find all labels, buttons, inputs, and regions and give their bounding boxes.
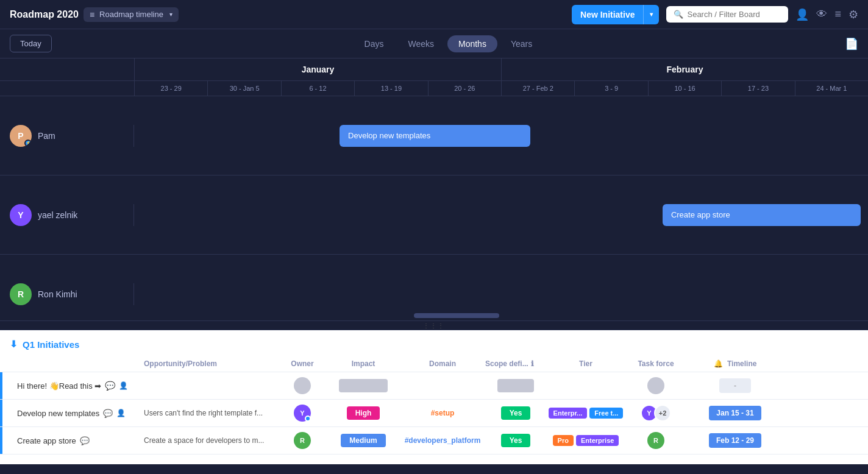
section-title: Q1 Initiatives <box>23 339 79 350</box>
collapse-icon[interactable]: ⬇ <box>10 339 18 350</box>
row-owner-1 <box>278 377 327 394</box>
settings-icon[interactable]: ⚙ <box>848 8 858 21</box>
row-tier-2: Enterpr... Free t... <box>546 408 625 419</box>
timeline-badge-3: Feb 12 - 29 <box>709 433 761 448</box>
info-icon[interactable]: ℹ <box>531 359 534 368</box>
new-initiative-button[interactable]: New Initiative ▾ <box>572 5 659 24</box>
row-3-name-text: Create app store <box>17 436 76 445</box>
sub-icon-1[interactable]: 👤 <box>119 381 128 390</box>
chevron-down-icon: ▾ <box>169 11 173 18</box>
col-header-impact: Impact <box>327 359 400 368</box>
tier-pro-3: Pro <box>553 435 574 446</box>
col-header-scope: Scope defi... ℹ <box>485 359 546 368</box>
month-labels: January February <box>134 58 868 80</box>
export-icon[interactable]: 📄 <box>845 37 858 51</box>
eye-icon[interactable]: 👁 <box>816 8 827 21</box>
gantt-user-ron: R Ron Kimhi <box>0 283 134 305</box>
week-30-jan5: 30 - Jan 5 <box>207 81 280 96</box>
week-6-12: 6 - 12 <box>281 81 354 96</box>
taskforce-stack-2: Y +2 <box>641 405 671 422</box>
avatar-owner-2: Y <box>294 405 311 422</box>
view-selector[interactable]: ≡ Roadmap timeline ▾ <box>84 7 179 22</box>
avatar-owner-1 <box>294 377 311 394</box>
week-header: 23 - 29 30 - Jan 5 6 - 12 13 - 19 20 - 2… <box>0 81 868 96</box>
row-color-indicator-2 <box>0 400 2 426</box>
comment-icon-3[interactable]: 💬 <box>80 436 90 445</box>
gantt-user-yael: Y yael zelnik <box>0 204 134 226</box>
dropdown-arrow-icon[interactable]: ▾ <box>644 6 659 23</box>
avatar-badge-2 <box>305 416 311 422</box>
sub-icon-2[interactable]: 👤 <box>116 409 126 417</box>
search-icon: 🔍 <box>674 10 683 19</box>
tier-enterprise-3: Enterprise <box>576 435 619 446</box>
row-timeline-1: - <box>686 378 784 393</box>
row-owner-3: R <box>278 432 327 449</box>
week-17-23: 17 - 23 <box>721 81 794 96</box>
month-february: February <box>501 58 868 80</box>
col-header-opportunity: Opportunity/Problem <box>144 359 278 368</box>
row-scope-1 <box>485 379 546 392</box>
row-impact-2: High <box>327 406 400 420</box>
table-row-2[interactable]: Develop new templates 💬 👤 Users can't fi… <box>0 400 868 427</box>
nav-left: Roadmap 2020 ≡ Roadmap timeline ▾ <box>10 7 179 22</box>
taskforce-count-2: +2 <box>654 405 671 422</box>
row-color-indicator <box>0 372 2 399</box>
today-button[interactable]: Today <box>10 35 52 52</box>
table-row-3[interactable]: Create app store 💬 Create a space for de… <box>0 427 868 455</box>
user-name-pam: Pam <box>38 131 55 141</box>
app-title: Roadmap 2020 <box>10 9 79 20</box>
gantt-row-ron: R Ron Kimhi <box>0 255 868 311</box>
domain-hashtag-3: #developers_platform <box>405 436 481 445</box>
user-icon[interactable]: 👤 <box>795 8 809 21</box>
avatar-pam: P ⚡ <box>10 125 32 147</box>
view-tabs: Days Weeks Months Years <box>354 35 544 52</box>
avatar-yael: Y <box>10 204 32 226</box>
month-header: January February <box>0 58 868 81</box>
tab-days[interactable]: Days <box>354 35 395 52</box>
scrollbar-thumb[interactable] <box>414 313 499 318</box>
tab-years[interactable]: Years <box>500 35 543 52</box>
gantt-row-yael: Y yael zelnik Create app store <box>0 175 868 255</box>
row-taskforce-3: R <box>625 432 686 449</box>
gantt-scrollbar <box>0 311 868 320</box>
col-header-taskforce: Task force <box>625 359 686 368</box>
impact-badge-1 <box>339 379 388 392</box>
tier-enterprise-2: Enterpr... <box>549 408 588 419</box>
row-scope-2: Yes <box>485 406 546 420</box>
gantt-bar-create-app-store[interactable]: Create app store <box>663 204 861 226</box>
scope-badge-3: Yes <box>501 434 531 447</box>
drag-handle[interactable]: ⋮⋮⋮ <box>0 320 868 330</box>
gantt-bar-develop-templates[interactable]: Develop new templates <box>340 125 530 147</box>
bell-icon: 🔔 <box>714 359 723 368</box>
col-header-tier: Tier <box>546 359 625 368</box>
month-january: January <box>134 58 501 80</box>
filter-icon[interactable]: ≡ <box>834 8 841 21</box>
comment-icon-2[interactable]: 💬 <box>103 409 113 418</box>
avatar-badge-pam: ⚡ <box>24 140 32 147</box>
week-3-9: 3 - 9 <box>574 81 647 96</box>
table-row-1[interactable]: Hi there! 👋Read this ➡ 💬 👤 - <box>0 372 868 400</box>
search-input[interactable] <box>687 10 781 19</box>
week-20-26: 20 - 26 <box>428 81 501 96</box>
gantt-rows: P ⚡ Pam Develop new templates <box>0 96 868 311</box>
tab-months[interactable]: Months <box>447 35 497 52</box>
row-timeline-3: Feb 12 - 29 <box>686 433 784 448</box>
tier-free-2: Free t... <box>589 408 623 419</box>
search-box[interactable]: 🔍 <box>666 6 788 23</box>
user-name-yael: yael zelnik <box>38 210 77 220</box>
tab-weeks[interactable]: Weeks <box>397 35 445 52</box>
col-header-domain: Domain <box>400 359 485 368</box>
row-taskforce-2: Y +2 <box>625 405 686 422</box>
table-header: Opportunity/Problem Owner Impact Domain … <box>0 356 868 372</box>
new-initiative-label: New Initiative <box>572 5 643 24</box>
bottom-section: ⬇ Q1 Initiatives Opportunity/Problem Own… <box>0 330 868 464</box>
week-23-29: 23 - 29 <box>134 81 207 96</box>
view-selector-label: Roadmap timeline <box>99 10 163 19</box>
comment-icon-1[interactable]: 💬 <box>105 381 115 391</box>
taskforce-avatar-3: R <box>647 432 664 449</box>
drag-dots-icon: ⋮⋮⋮ <box>423 322 445 329</box>
gantt-row-pam: P ⚡ Pam Develop new templates <box>0 96 868 175</box>
week-13-19: 13 - 19 <box>354 81 427 96</box>
domain-hashtag-2: #setup <box>431 409 455 417</box>
row-opp-3: Create a space for developers to m... <box>144 436 278 445</box>
